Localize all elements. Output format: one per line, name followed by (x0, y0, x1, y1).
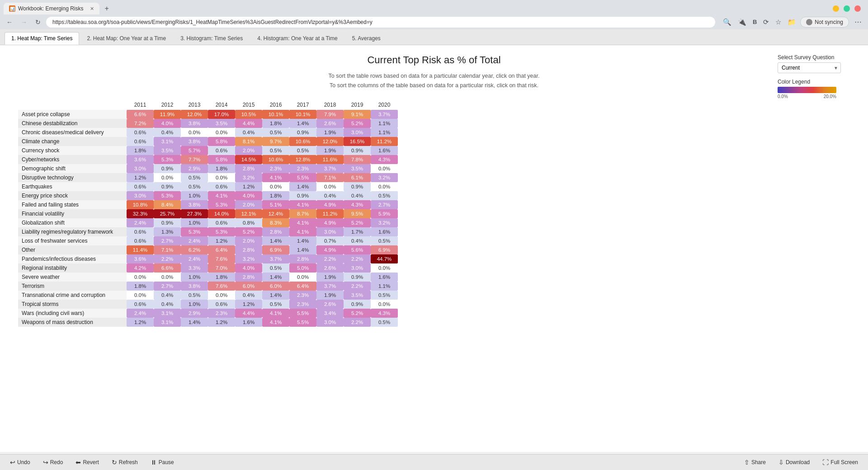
cell-value: 0.0% (371, 263, 398, 273)
tab-close-icon[interactable]: ✕ (90, 6, 94, 12)
new-tab-button[interactable]: + (101, 5, 113, 13)
cell-value: 5.2% (344, 309, 371, 318)
tab-histogram-oneyear[interactable]: 4. Histogram: One Year at a Time (250, 32, 344, 45)
cell-value: 4.1% (289, 200, 316, 209)
top-right-controls: Select Survey Question Current Emerging … (778, 54, 841, 99)
cell-value: 5.3% (154, 191, 181, 200)
cell-value: 44.7% (371, 254, 398, 263)
row-label[interactable]: Energy price shock (18, 191, 127, 200)
maximize-button[interactable] (844, 5, 850, 12)
row-label[interactable]: Earthquakes (18, 182, 127, 191)
row-label[interactable]: Regional instability (18, 263, 127, 273)
table-header-2019[interactable]: 2019 (344, 100, 371, 110)
cell-value: 0.5% (371, 191, 398, 200)
tab-heatmap-oneyear[interactable]: 2. Heat Map: One Year at a Time (80, 32, 173, 45)
more-options-button[interactable]: ⋯ (852, 16, 864, 28)
row-label[interactable]: Weapons of mass destruction (18, 318, 127, 327)
table-row: Tropical storms0.6%0.4%1.0%0.6%1.2%0.5%2… (18, 300, 398, 309)
forward-button[interactable]: → (18, 17, 30, 27)
row-label[interactable]: Chronic diseases/medical delivery (18, 128, 127, 137)
color-legend-section: Color Legend 0.0% 20.0% (778, 79, 841, 99)
cell-value: 4.1% (262, 173, 289, 182)
cell-value: 5.2% (235, 227, 262, 236)
cell-value: 1.2% (208, 318, 235, 327)
row-label[interactable]: Currency shock (18, 146, 127, 155)
table-row: Terrorism1.8%2.7%3.8%7.6%6.0%6.0%6.4%3.7… (18, 282, 398, 291)
cell-value: 2.0% (235, 236, 262, 245)
cell-value: 0.4% (235, 128, 262, 137)
row-label[interactable]: Disruptive technology (18, 173, 127, 182)
row-label[interactable]: Liability regimes/regulatory framework (18, 227, 127, 236)
row-label[interactable]: Chinese destabilization (18, 119, 127, 128)
instructions: To sort the table rows based on data for… (18, 71, 850, 91)
cell-value: 0.4% (154, 291, 181, 300)
table-header-2020[interactable]: 2020 (371, 100, 398, 110)
cell-value: 10.5% (235, 110, 262, 119)
row-label[interactable]: Pandemics/infectious diseases (18, 254, 127, 263)
cell-value: 3.2% (235, 173, 262, 182)
tab-averages[interactable]: 5. Averages (345, 32, 387, 45)
cell-value: 1.8% (127, 146, 154, 155)
svg-text:📊: 📊 (10, 6, 15, 12)
minimize-button[interactable] (833, 5, 839, 12)
row-label[interactable]: Transnational crime and corruption (18, 291, 127, 300)
table-row: Transnational crime and corruption0.0%0.… (18, 291, 398, 300)
table-header-2013[interactable]: 2013 (181, 100, 208, 110)
refresh-icon[interactable]: ⟳ (762, 17, 770, 28)
not-syncing-button[interactable]: Not syncing (800, 17, 849, 28)
table-header-2017[interactable]: 2017 (289, 100, 316, 110)
collections-icon[interactable]: 📁 (786, 17, 797, 28)
heatmap-container: 2011 2012 2013 2014 2015 2016 2017 2018 … (18, 100, 850, 327)
cell-value: 0.5% (262, 146, 289, 155)
row-label[interactable]: Other (18, 245, 127, 254)
reload-button[interactable]: ↻ (33, 17, 43, 27)
cell-value: 3.2% (235, 254, 262, 263)
tab-histogram-timeseries[interactable]: 3. Histogram: Time Series (174, 32, 250, 45)
cell-value: 2.4% (127, 218, 154, 227)
row-label[interactable]: Asset price collapse (18, 110, 127, 119)
row-label[interactable]: Financial volatility (18, 209, 127, 218)
row-label[interactable]: Failed and failing states (18, 200, 127, 209)
cell-value: 0.6% (127, 137, 154, 146)
table-header-2015[interactable]: 2015 (235, 100, 262, 110)
address-bar-input[interactable] (46, 17, 715, 28)
row-label[interactable]: Globalization shift (18, 218, 127, 227)
back-button[interactable]: ← (4, 17, 15, 27)
row-label[interactable]: Demographic shift (18, 164, 127, 173)
browser-tab[interactable]: 📊 Workbook: Emerging Risks ✕ (4, 3, 99, 14)
table-header-2011[interactable]: 2011 (127, 100, 154, 110)
row-label[interactable]: Cyber/networks (18, 155, 127, 164)
page-title: Current Top Risk as % of Total (18, 54, 850, 66)
cell-value: 3.7% (316, 282, 344, 291)
cell-value: 7.1% (154, 245, 181, 254)
row-label[interactable]: Wars (including civil wars) (18, 309, 127, 318)
cell-value: 5.2% (344, 119, 371, 128)
bold-icon[interactable]: B (751, 17, 758, 27)
cell-value: 5.0% (289, 263, 316, 273)
table-header-2012[interactable]: 2012 (154, 100, 181, 110)
cell-value: 1.4% (289, 182, 316, 191)
cell-value: 1.0% (181, 218, 208, 227)
row-label[interactable]: Climate change (18, 137, 127, 146)
cell-value: 5.3% (208, 227, 235, 236)
table-row: Climate change0.6%3.1%3.8%5.8%8.1%9.7%10… (18, 137, 398, 146)
cell-value: 1.8% (262, 119, 289, 128)
cell-value: 3.7% (316, 164, 344, 173)
row-label[interactable]: Severe weather (18, 273, 127, 282)
zoom-icon[interactable]: 🔍 (722, 17, 733, 28)
row-label[interactable]: Loss of freshwater services (18, 236, 127, 245)
cell-value: 6.0% (235, 282, 262, 291)
tab-heatmap-timeseries[interactable]: 1. Heat Map: Time Series (5, 32, 79, 45)
survey-question-select[interactable]: Current Emerging (778, 62, 841, 73)
star-icon[interactable]: ☆ (774, 17, 783, 28)
row-label[interactable]: Terrorism (18, 282, 127, 291)
extension-icon[interactable]: 🔌 (736, 17, 748, 28)
table-header-2016[interactable]: 2016 (262, 100, 289, 110)
cell-value: 2.8% (235, 245, 262, 254)
row-label[interactable]: Tropical storms (18, 300, 127, 309)
cell-value: 0.9% (154, 164, 181, 173)
table-header-2018[interactable]: 2018 (316, 100, 344, 110)
close-button[interactable] (854, 5, 861, 12)
cell-value: 7.6% (208, 282, 235, 291)
table-header-2014[interactable]: 2014 (208, 100, 235, 110)
